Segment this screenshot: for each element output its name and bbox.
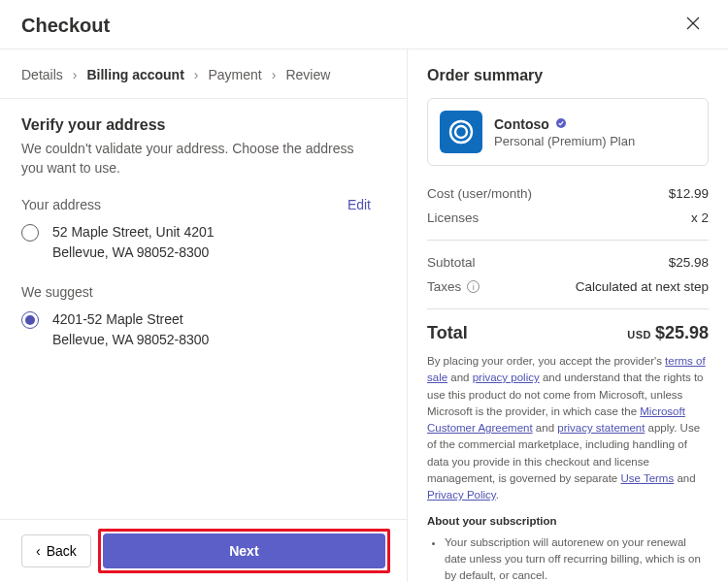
product-name-row: Contoso	[494, 116, 635, 132]
modal-title: Checkout	[21, 15, 110, 37]
subtotal-row: Subtotal $25.98	[427, 250, 709, 275]
total-label: Total	[427, 323, 468, 343]
chevron-left-icon: ‹	[36, 543, 41, 559]
taxes-label: Taxes i	[427, 279, 480, 294]
cost-label: Cost (user/month)	[427, 186, 532, 201]
address-line: 4201-52 Maple Street	[52, 309, 209, 330]
left-panel: Details › Billing account › Payment › Re…	[0, 49, 408, 582]
taxes-row: Taxes i Calculated at next step	[427, 275, 709, 299]
back-button-label: Back	[47, 543, 77, 559]
subscription-bullets: Your subscription will autorenew on your…	[427, 534, 709, 583]
subscription-bullet: Your subscription will autorenew on your…	[445, 534, 709, 583]
suggested-address-label: We suggest	[21, 284, 93, 300]
chevron-right-icon: ›	[73, 67, 78, 82]
breadcrumb-step-payment[interactable]: Payment	[208, 67, 261, 82]
breadcrumb-step-billing[interactable]: Billing account	[86, 67, 183, 82]
taxes-value: Calculated at next step	[576, 279, 709, 294]
product-spiral-icon	[440, 111, 482, 153]
verify-address-section: Verify your address We couldn't validate…	[0, 99, 407, 519]
verify-heading: Verify your address	[21, 116, 385, 134]
total-value: USD$25.98	[627, 323, 709, 343]
checkout-modal: Checkout Details › Billing account › Pay…	[0, 0, 728, 582]
product-info: Contoso Personal (Premium) Plan	[494, 116, 635, 148]
cost-value: $12.99	[669, 186, 709, 201]
modal-content: Details › Billing account › Payment › Re…	[0, 49, 728, 582]
suggested-address-header: We suggest	[21, 284, 371, 300]
modal-header: Checkout	[0, 0, 728, 49]
privacy-statement-link[interactable]: privacy statement	[557, 422, 645, 434]
footer-actions: ‹ Back Next	[0, 519, 407, 582]
verify-description: We couldn't validate your address. Choos…	[21, 140, 371, 178]
licenses-label: Licenses	[427, 210, 479, 225]
breadcrumb-step-details[interactable]: Details	[21, 67, 63, 82]
your-address-option[interactable]: 52 Maple Street, Unit 4201 Bellevue, WA …	[21, 222, 371, 263]
chevron-right-icon: ›	[194, 67, 199, 82]
next-button-highlight: Next	[103, 534, 385, 568]
breadcrumb: Details › Billing account › Payment › Re…	[0, 49, 407, 99]
next-button[interactable]: Next	[103, 534, 385, 568]
svg-point-2	[450, 121, 472, 143]
radio-unselected-icon	[21, 224, 39, 242]
use-terms-link[interactable]: Use Terms	[620, 472, 674, 484]
about-subscription-heading: About your subscription	[427, 513, 709, 530]
chevron-right-icon: ›	[272, 67, 277, 82]
divider	[427, 240, 709, 241]
verified-badge-icon	[555, 117, 567, 131]
suggested-address-option[interactable]: 4201-52 Maple Street Bellevue, WA 98052-…	[21, 309, 371, 350]
licenses-value: x 2	[691, 210, 709, 225]
breadcrumb-step-review[interactable]: Review	[285, 67, 330, 82]
subtotal-label: Subtotal	[427, 255, 476, 270]
subtotal-value: $25.98	[669, 255, 709, 270]
radio-selected-icon	[21, 311, 39, 329]
info-icon[interactable]: i	[467, 280, 480, 293]
address-line: Bellevue, WA 98052-8300	[52, 330, 209, 350]
divider	[427, 308, 709, 309]
close-button[interactable]	[679, 12, 707, 39]
cost-row: Cost (user/month) $12.99	[427, 181, 709, 206]
back-button[interactable]: ‹ Back	[21, 534, 91, 567]
total-amount: $25.98	[655, 323, 709, 342]
your-address-text: 52 Maple Street, Unit 4201 Bellevue, WA …	[52, 222, 215, 263]
order-summary-title: Order summary	[427, 67, 709, 84]
your-address-label: Your address	[21, 197, 101, 212]
address-line: 52 Maple Street, Unit 4201	[52, 222, 215, 242]
product-name: Contoso	[494, 116, 549, 132]
total-row: Total USD$25.98	[427, 319, 709, 353]
your-address-header: Your address Edit	[21, 197, 371, 212]
close-icon	[686, 16, 700, 34]
svg-point-3	[455, 126, 467, 138]
address-line: Bellevue, WA 98052-8300	[52, 242, 215, 263]
product-card: Contoso Personal (Premium) Plan	[427, 98, 709, 166]
legal-text: By placing your order, you accept the pr…	[427, 353, 709, 582]
edit-address-link[interactable]: Edit	[347, 197, 371, 212]
suggested-address-text: 4201-52 Maple Street Bellevue, WA 98052-…	[52, 309, 209, 350]
product-plan: Personal (Premium) Plan	[494, 134, 635, 148]
order-summary-panel: Order summary Contoso Personal (	[408, 49, 728, 582]
licenses-row: Licenses x 2	[427, 206, 709, 230]
privacy-policy-link[interactable]: privacy policy	[473, 372, 540, 383]
total-currency: USD	[627, 329, 651, 340]
privacy-policy2-link[interactable]: Privacy Policy	[427, 489, 496, 501]
